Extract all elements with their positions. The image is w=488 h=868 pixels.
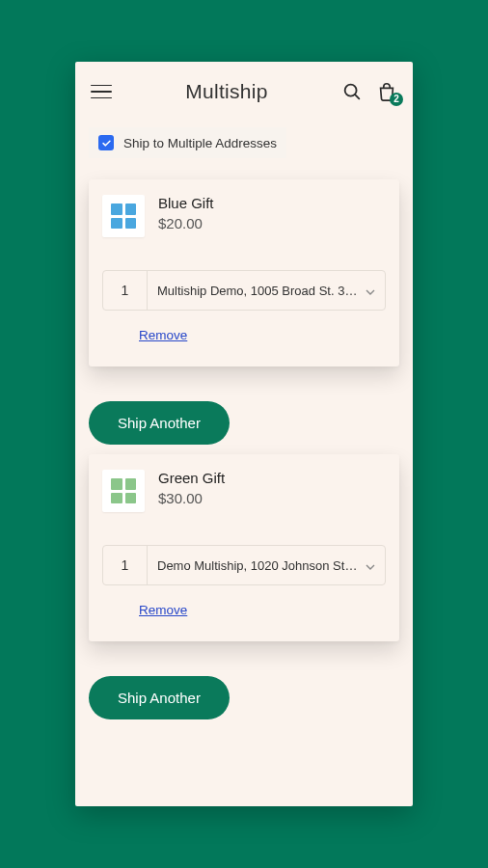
page-title: Multiship — [122, 80, 332, 103]
svg-line-1 — [355, 95, 359, 98]
header: Multiship 2 — [75, 62, 413, 122]
address-text: Multiship Demo, 1005 Broad St. 30… — [157, 284, 358, 298]
menu-icon[interactable] — [91, 81, 112, 102]
remove-link[interactable]: Remove — [139, 603, 187, 617]
quantity-field[interactable]: 1 — [103, 271, 148, 310]
shipment-row: 1 Demo Multiship, 1020 Johnson St.,… — [102, 545, 386, 585]
address-text: Demo Multiship, 1020 Johnson St.,… — [157, 558, 358, 573]
address-select[interactable]: Demo Multiship, 1020 Johnson St.,… — [148, 546, 385, 584]
product-thumbnail — [102, 470, 145, 512]
product-price: $30.00 — [158, 490, 225, 506]
product-thumbnail — [102, 195, 145, 237]
shipment-row: 1 Multiship Demo, 1005 Broad St. 30… — [102, 270, 386, 311]
ship-another-button[interactable]: Ship Another — [89, 401, 230, 445]
ship-another-button[interactable]: Ship Another — [89, 676, 230, 719]
multiship-checkbox[interactable] — [98, 135, 114, 150]
product-row: Blue Gift $20.00 — [102, 195, 386, 237]
app-frame: Multiship 2 Ship to Multiple Addresses — [75, 62, 413, 806]
header-actions: 2 — [341, 81, 397, 102]
bag-count-badge: 2 — [390, 93, 403, 106]
product-row: Green Gift $30.00 — [102, 470, 386, 512]
cart-item-card: Green Gift $30.00 1 Demo Multiship, 1020… — [89, 454, 399, 641]
product-price: $20.00 — [158, 215, 214, 231]
address-select[interactable]: Multiship Demo, 1005 Broad St. 30… — [148, 271, 385, 310]
product-info: Blue Gift $20.00 — [158, 195, 214, 237]
bag-icon[interactable]: 2 — [376, 81, 397, 102]
content: Ship to Multiple Addresses Blue Gift $20… — [75, 122, 413, 806]
multiship-toggle-row: Ship to Multiple Addresses — [89, 127, 286, 158]
quantity-field[interactable]: 1 — [103, 546, 148, 584]
chevron-down-icon — [366, 282, 375, 299]
remove-link[interactable]: Remove — [139, 328, 187, 342]
product-info: Green Gift $30.00 — [158, 470, 225, 512]
search-icon[interactable] — [341, 81, 363, 102]
product-name: Green Gift — [158, 470, 225, 486]
cart-item-card: Blue Gift $20.00 1 Multiship Demo, 1005 … — [89, 179, 399, 366]
product-name: Blue Gift — [158, 195, 214, 211]
multiship-toggle-label: Ship to Multiple Addresses — [123, 136, 277, 150]
chevron-down-icon — [366, 556, 375, 574]
